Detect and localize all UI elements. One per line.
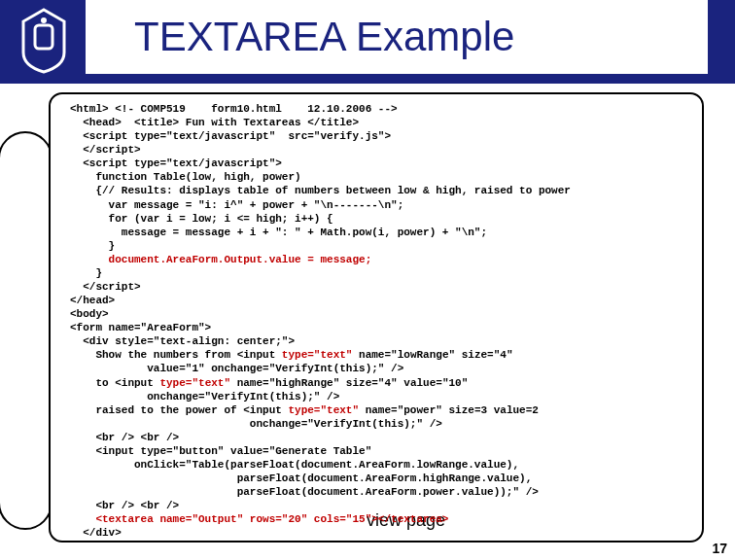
decorative-curve	[0, 131, 52, 530]
svg-point-1	[41, 18, 47, 23]
university-logo	[18, 6, 70, 74]
header-bar: TEXTAREA Example	[0, 0, 735, 84]
slide-title: TEXTAREA Example	[134, 14, 514, 60]
code-box: <html> <!- COMP519 form10.html 12.10.200…	[49, 92, 704, 542]
content-area: <html> <!- COMP519 form10.html 12.10.200…	[19, 92, 716, 542]
page-number: 17	[712, 541, 727, 556]
svg-rect-0	[35, 25, 52, 49]
title-box: TEXTAREA Example	[86, 0, 708, 78]
code-listing: <html> <!- COMP519 form10.html 12.10.200…	[70, 102, 682, 542]
